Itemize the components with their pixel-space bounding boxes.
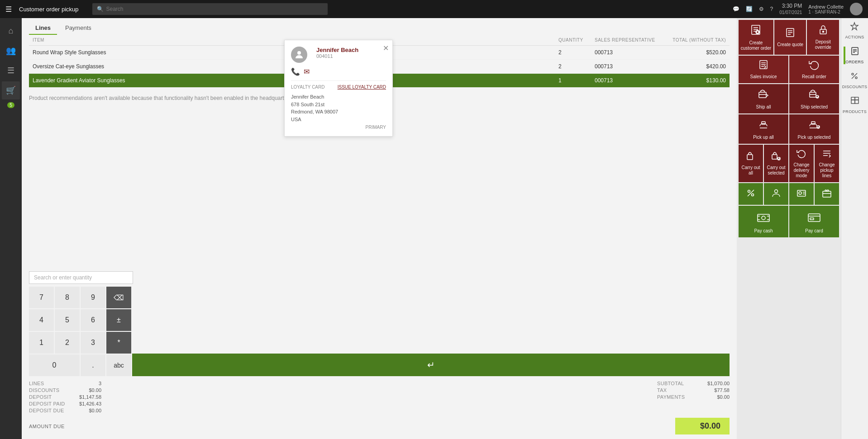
tab-payments[interactable]: Payments [59,22,98,35]
tile-carry-selected[interactable]: Carry out selected [764,145,788,182]
svg-point-0 [297,51,301,55]
help-icon[interactable]: ? [770,6,773,12]
numpad-area: Search or enter quantity 7 8 9 ⌫ 4 5 6 ±… [22,271,737,376]
side-tool-products[interactable]: PRODUCTS [843,96,867,114]
pay-cash-icon [756,210,771,227]
recall-order-icon [809,59,820,72]
svg-line-60 [852,73,857,79]
tile-pay-cash[interactable]: Pay cash [739,206,788,237]
pay-card-icon [807,210,821,227]
tile-carry-all[interactable]: Carry out all [739,145,763,182]
loyalty-row: LOYALTY CARD Issue loyalty card [291,80,386,90]
tile-row-payment: Pay cash Pay card [739,206,839,237]
orders-icon [850,47,859,58]
item-qty: 1 [558,77,595,84]
avatar[interactable] [850,3,863,15]
svg-point-13 [822,31,824,33]
numpad-0[interactable]: 0 [29,354,80,376]
sidebar-item-cart[interactable]: 🛒 [2,81,20,99]
refresh-icon[interactable]: 🔄 [746,6,753,12]
hamburger-icon[interactable]: ☰ [5,5,12,14]
tile-label: Change delivery mode [791,162,812,179]
tile-pay-card[interactable]: Pay card [789,206,839,237]
tile-customer[interactable] [764,183,788,205]
ship-selected-icon [808,88,820,103]
numpad-abc[interactable]: abc [106,354,131,376]
tile-create-quote[interactable]: Create quote [774,20,806,55]
tile-ship-all[interactable]: Ship all [739,84,788,113]
sidebar-item-menu[interactable]: ☰ [2,61,20,80]
numpad-3[interactable]: 3 [81,332,105,354]
customer-phone-icon[interactable]: 📞 [291,67,300,76]
sidebar-item-customers[interactable]: 👥 [2,42,20,60]
svg-point-37 [775,189,778,193]
svg-point-45 [762,216,765,220]
tile-label: Pay card [805,228,823,234]
tile-pickup-all[interactable]: Pick up all [739,114,788,144]
tab-lines[interactable]: Lines [29,22,57,35]
tile-change-delivery[interactable]: Change delivery mode [789,145,814,182]
item-rep: 000713 [595,63,667,70]
numpad-dot[interactable]: . [81,354,105,376]
tile-row-carry: Carry out all Carry out selected [739,145,839,182]
search-icon: 🔍 [97,6,104,12]
tile-sales-invoice[interactable]: Sales invoice [739,56,788,83]
tile-label: Ship selected [801,104,828,110]
tile-create-customer-order[interactable]: Create customer order [739,20,773,55]
tile-ship-selected[interactable]: Ship selected [789,84,839,113]
numpad-enter[interactable]: ↵ [132,354,730,376]
item-total: $130.00 [667,77,726,84]
quantity-search[interactable]: Search or enter quantity [29,271,133,284]
tile-deposit-override[interactable]: Deposit override [807,20,839,55]
sidebar-badge: 5 [7,102,14,108]
numpad-6[interactable]: 6 [81,309,105,331]
numpad-9[interactable]: 9 [81,287,105,308]
settings-icon[interactable]: ⚙ [759,6,764,12]
search-bar[interactable]: 🔍 [92,3,328,15]
numpad-5[interactable]: 5 [55,309,80,331]
tile-discount-line[interactable] [739,183,763,205]
side-tool-actions[interactable]: ACTIONS [845,22,864,39]
tile-gift-card[interactable] [815,183,839,205]
numpad-8[interactable]: 8 [55,287,80,308]
numpad-7[interactable]: 7 [29,287,54,308]
customer-email-icon[interactable]: ✉ [304,67,310,76]
primary-badge: PRIMARY [291,125,386,130]
side-tool-orders[interactable]: ORDERS [845,47,863,64]
side-tool-discounts-label: DISCOUNTS [842,85,868,89]
side-tool-discounts[interactable]: DISCOUNTS [842,71,868,89]
numpad-1[interactable]: 1 [29,332,54,354]
customer-name: Jennifer Beach [316,47,358,53]
tile-row-ship: Ship all Ship selected [739,84,839,113]
topbar-right: 💬 🔄 ⚙ ? 3:30 PM 01/07/2021 Andrew Collet… [733,3,863,16]
numpad-plusminus[interactable]: ± [106,309,131,331]
gift-card-icon [822,188,832,200]
customer-id: 004011 [316,53,358,59]
tile-photo-id[interactable] [789,183,814,205]
item-rep: 000713 [595,49,667,56]
loyalty-action[interactable]: Issue loyalty card [338,85,386,90]
svg-rect-44 [758,214,769,222]
numpad-backspace[interactable]: ⌫ [106,287,131,308]
customer-panel: ✕ Jennifer Beach 004011 📞 ✉ LOYALTY CARD… [284,40,393,137]
sidebar-item-home[interactable]: ⌂ [2,22,20,40]
financials: LINES 3 DISCOUNTS $0.00 DEPOSIT $1,147.5… [29,381,730,413]
tabs: Lines Payments [22,18,737,35]
svg-rect-62 [855,100,858,104]
tile-row-sales: Sales invoice Recall order [739,56,839,83]
financials-area: LINES 3 DISCOUNTS $0.00 DEPOSIT $1,147.5… [22,376,737,439]
numpad-4[interactable]: 4 [29,309,54,331]
carry-all-icon [746,151,756,163]
search-input[interactable] [106,6,323,12]
create-quote-icon [785,27,796,40]
customer-close-button[interactable]: ✕ [383,44,389,52]
tile-pickup-selected[interactable]: Pick up selected [789,114,839,144]
chat-icon[interactable]: 💬 [733,6,739,12]
change-pickup-icon [822,148,832,160]
tile-recall-order[interactable]: Recall order [789,56,839,83]
tile-label: Deposit override [809,39,837,50]
pickup-selected-icon [808,118,820,133]
numpad-2[interactable]: 2 [55,332,80,354]
tile-change-pickup[interactable]: Change pickup lines [815,145,839,182]
numpad-multiply[interactable]: * [106,332,131,354]
